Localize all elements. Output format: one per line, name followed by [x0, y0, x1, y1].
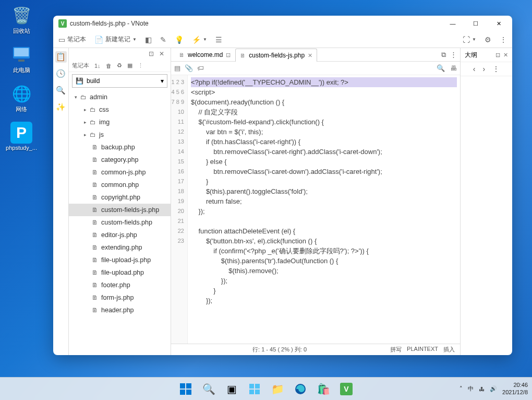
svg-rect-2 — [18, 60, 25, 62]
tag-icon[interactable]: 🏷 — [197, 64, 204, 72]
editor-toolbar: ▤ 📎 🏷 🔍 🖶 — [171, 62, 460, 75]
desktop-phpstudy[interactable]: Pphpstudy_... — [4, 122, 39, 151]
tree-file[interactable]: 🗎header.php — [69, 304, 171, 316]
activity-search[interactable]: 🔍 — [55, 85, 67, 96]
activity-notes[interactable]: 📋 — [55, 51, 67, 63]
desktop-thispc[interactable]: 此电脑 — [4, 43, 39, 74]
activity-snippets[interactable]: ✨ — [55, 101, 67, 113]
tree-file[interactable]: 🗎form-js.php — [69, 291, 171, 304]
line-gutter: 1 2 3 4 5 6 7 8 9 10 11 12 13 14 15 16 1… — [171, 75, 188, 344]
tool-4[interactable]: ⚡▼ — [190, 34, 209, 45]
tool-1[interactable]: ◧ — [143, 34, 154, 45]
start-button[interactable] — [176, 379, 196, 399]
new-note-button[interactable]: 📄新建笔记▼ — [92, 33, 139, 45]
svg-rect-10 — [255, 390, 260, 394]
close-button[interactable]: ✕ — [487, 16, 510, 31]
file-icon: 🗎 — [240, 52, 246, 58]
tray-sound-icon[interactable]: 🔊 — [490, 385, 497, 392]
copy-icon[interactable]: ⧉ — [441, 51, 446, 59]
taskbar-vnote[interactable]: V — [336, 379, 356, 399]
tree-folder[interactable]: ▸🗀img — [69, 116, 171, 128]
tray-network-icon[interactable]: 🖧 — [479, 386, 485, 392]
attach-icon[interactable]: 📎 — [185, 64, 193, 72]
notebook-selector[interactable]: 💾 build ▾ — [72, 74, 167, 88]
tree-file[interactable]: 🗎backup.php — [69, 141, 171, 154]
outline-title: 大纲 — [465, 51, 492, 60]
tree-file[interactable]: 🗎editor-js.php — [69, 229, 171, 241]
tree-file[interactable]: 🗎custom-fields-js.php — [69, 204, 171, 216]
pane-menu-icon[interactable]: ⊡ — [147, 50, 156, 57]
tree-file[interactable]: 🗎file-upload-js.php — [69, 254, 171, 266]
tool-5[interactable]: ☰ — [213, 34, 224, 45]
tree-file[interactable]: 🗎common-js.php — [69, 166, 171, 179]
tool-3[interactable]: 💡 — [173, 34, 186, 45]
titlebar[interactable]: V custom-fields-js.php - VNote ― ☐ ✕ — [53, 16, 512, 31]
code-content[interactable]: <?php if(!defined('__TYPECHO_ADMIN__')) … — [188, 75, 460, 344]
view-icon[interactable]: ▦ — [127, 62, 132, 69]
tab-close-icon[interactable]: ✕ — [308, 52, 312, 59]
vnote-window: V custom-fields-js.php - VNote ― ☐ ✕ ▭笔记… — [53, 16, 512, 355]
taskbar-taskview[interactable]: ▣ — [222, 379, 241, 399]
tray-overflow-icon[interactable]: ˄ — [460, 385, 463, 392]
tree-folder[interactable]: ▾🗀admin — [69, 91, 171, 103]
taskbar-widgets[interactable] — [245, 379, 264, 399]
taskbar-edge[interactable] — [291, 379, 310, 399]
desktop-recycle[interactable]: 🗑️回收站 — [4, 4, 39, 35]
tab-custom-fields[interactable]: 🗎custom-fields-js.php✕ — [235, 49, 317, 62]
status-ime[interactable]: 拼写 — [390, 346, 402, 354]
notebook-button[interactable]: ▭笔记本 — [56, 33, 88, 45]
tab-welcome[interactable]: 🗎welcome.md⊡ — [174, 48, 235, 61]
tree-file[interactable]: 🗎category.php — [69, 154, 171, 166]
svg-rect-1 — [14, 48, 29, 56]
nav-fwd-icon[interactable]: › — [483, 65, 486, 73]
nav-back-icon[interactable]: ‹ — [473, 65, 476, 73]
nav-more-icon[interactable]: ⋮ — [492, 65, 500, 73]
pane-menu-icon[interactable]: ⊡ — [495, 52, 500, 58]
more-icon[interactable]: ⋮ — [450, 51, 457, 59]
taskbar-explorer[interactable]: 📁 — [268, 379, 287, 399]
activity-bar: 📋 🕓 🔍 ✨ — [53, 48, 69, 355]
more-button[interactable]: ⋮ — [498, 34, 509, 45]
outline-icon[interactable]: ▤ — [174, 64, 180, 72]
taskbar-store[interactable]: 🛍️ — [313, 379, 333, 399]
tree-file[interactable]: 🗎copyright.php — [69, 191, 171, 204]
tree-file[interactable]: 🗎common.php — [69, 179, 171, 191]
print-icon[interactable]: 🖶 — [450, 64, 457, 72]
svg-rect-6 — [186, 390, 191, 395]
main-toolbar: ▭笔记本 📄新建笔记▼ ◧ ✎ 💡 ⚡▼ ☰ ⛶▼ ⚙ ⋮ — [53, 31, 512, 48]
tree-file[interactable]: 🗎custom-fields.php — [69, 216, 171, 229]
tree-file[interactable]: 🗎extending.php — [69, 241, 171, 254]
pane-close-icon[interactable]: ✕ — [503, 52, 508, 58]
svg-rect-7 — [249, 384, 254, 389]
sort-icon[interactable]: 1↓ — [94, 63, 101, 69]
settings-button[interactable]: ⚙ — [482, 34, 493, 45]
taskbar-search[interactable]: 🔍 — [199, 379, 219, 399]
pane-close-icon[interactable]: ✕ — [157, 50, 166, 57]
maximize-button[interactable]: ☐ — [464, 16, 487, 31]
search-icon[interactable]: 🔍 — [437, 64, 445, 72]
tool-2[interactable]: ✎ — [158, 34, 168, 45]
tray-ime[interactable]: 中 — [468, 385, 474, 393]
tree-file[interactable]: 🗎footer.php — [69, 279, 171, 291]
code-editor[interactable]: 1 2 3 4 5 6 7 8 9 10 11 12 13 14 15 16 1… — [171, 75, 460, 344]
activity-history[interactable]: 🕓 — [55, 68, 67, 79]
tree-folder[interactable]: ▸🗀css — [69, 103, 171, 116]
tab-close-icon[interactable]: ⊡ — [226, 52, 231, 58]
expand-button[interactable]: ⛶▼ — [461, 34, 478, 45]
recycle-icon[interactable]: ♻ — [117, 62, 122, 69]
delete-icon[interactable]: 🗑 — [106, 63, 112, 69]
save-icon: 💾 — [76, 77, 83, 85]
status-lang[interactable]: PLAINTEXT — [407, 346, 438, 354]
svg-rect-5 — [180, 390, 185, 395]
window-title: custom-fields-js.php - VNote — [70, 20, 441, 27]
desktop-network[interactable]: 🌐网络 — [4, 83, 39, 113]
tray-clock[interactable]: 20:46 2021/12/8 — [502, 382, 528, 395]
tree-folder[interactable]: ▸🗀js — [69, 128, 171, 141]
status-mode[interactable]: 插入 — [443, 346, 455, 354]
minimize-button[interactable]: ― — [441, 16, 464, 31]
tree-file[interactable]: 🗎file-upload.php — [69, 266, 171, 279]
editor-tabs: 🗎welcome.md⊡ 🗎custom-fields-js.php✕ ⧉ ⋮ — [171, 48, 460, 62]
more-icon[interactable]: ⋮ — [138, 62, 143, 69]
file-tree: ▾🗀admin▸🗀css▸🗀img▸🗀js🗎backup.php🗎categor… — [69, 90, 171, 355]
statusbar: 行: 1 - 45 ( 2% ) 列: 0 拼写 PLAINTEXT 插入 — [171, 344, 460, 355]
